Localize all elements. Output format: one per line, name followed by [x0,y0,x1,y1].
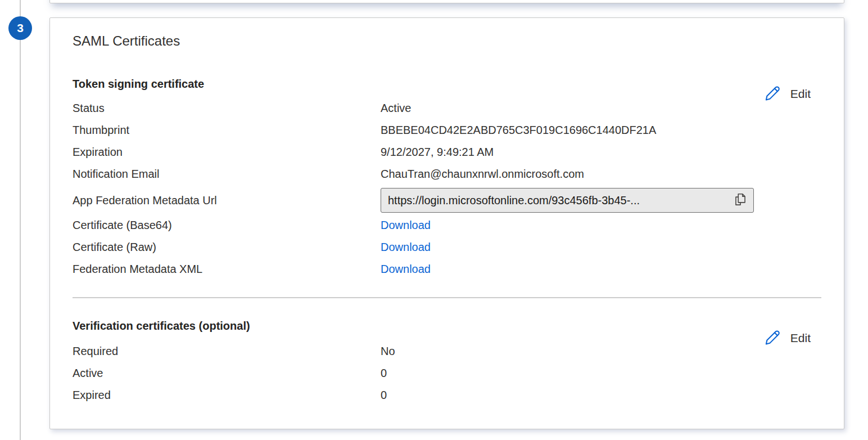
row-label: Expiration [73,146,381,159]
row-label: Required [73,345,381,358]
saml-certificates-card-body: SAML Certificates Token signing certific… [50,18,844,429]
row-label: Active [73,367,381,380]
step-connector-line [20,0,21,440]
row-label: Status [73,102,381,115]
expired-count-row: Expired 0 [73,384,821,406]
section-divider [73,297,821,298]
row-label: Certificate (Raw) [73,241,381,254]
expiration-value: 9/12/2027, 9:49:21 AM [381,146,494,159]
active-count-row: Active 0 [73,362,821,384]
copy-icon [733,192,748,209]
copy-metadata-url-button[interactable] [731,190,750,210]
download-federation-metadata-xml-link[interactable]: Download [381,263,431,276]
federation-metadata-xml-row: Federation Metadata XML Download [73,258,821,280]
row-label: Thumbprint [73,124,381,137]
step-badge: 3 [8,16,32,40]
edit-button-label: Edit [790,87,811,101]
token-signing-heading: Token signing certificate [73,77,821,91]
download-certificate-raw-link[interactable]: Download [381,241,431,254]
step-number: 3 [17,21,24,35]
row-label: App Federation Metadata Url [73,194,381,207]
edit-token-signing-button[interactable]: Edit [762,83,813,105]
pencil-icon [764,84,781,104]
metadata-url-field[interactable]: https://login.microsoftonline.com/93c456… [381,188,754,213]
pencil-icon [764,328,781,348]
token-signing-rows: Status Active Thumbprint BBEBE04CD42E2AB… [73,97,821,185]
saml-certificates-card: SAML Certificates Token signing certific… [49,17,844,429]
row-label: Certificate (Base64) [73,219,381,232]
edit-verification-button[interactable]: Edit [762,327,813,349]
thumbprint-row: Thumbprint BBEBE04CD42E2ABD765C3F019C169… [73,119,821,141]
status-value: Active [381,102,411,115]
previous-card-edge [49,0,844,3]
card-title: SAML Certificates [73,33,821,48]
row-label: Federation Metadata XML [73,263,381,276]
row-label: Expired [73,389,381,402]
certificate-raw-row: Certificate (Raw) Download [73,236,821,258]
edit-button-label: Edit [790,331,811,345]
certificate-base64-row: Certificate (Base64) Download [73,214,821,236]
thumbprint-value: BBEBE04CD42E2ABD765C3F019C1696C1440DF21A [381,124,656,137]
active-count-value: 0 [381,367,387,380]
status-row: Status Active [73,97,821,119]
expiration-row: Expiration 9/12/2027, 9:49:21 AM [73,141,821,163]
required-row: Required No [73,340,821,362]
verification-certificates-heading: Verification certificates (optional) [73,318,821,333]
metadata-url-text: https://login.microsoftonline.com/93c456… [388,194,731,207]
notification-email-value: ChauTran@chaunxnrwl.onmicrosoft.com [381,168,584,181]
required-value: No [381,345,395,358]
notification-email-row: Notification Email ChauTran@chaunxnrwl.o… [73,163,821,185]
download-certificate-base64-link[interactable]: Download [381,219,431,232]
app-federation-metadata-url-row: App Federation Metadata Url https://logi… [73,187,821,213]
expired-count-value: 0 [381,389,387,402]
row-label: Notification Email [73,168,381,181]
certificate-download-rows: Certificate (Base64) Download Certificat… [73,214,821,280]
verification-rows: Required No Active 0 Expired 0 [73,340,821,406]
